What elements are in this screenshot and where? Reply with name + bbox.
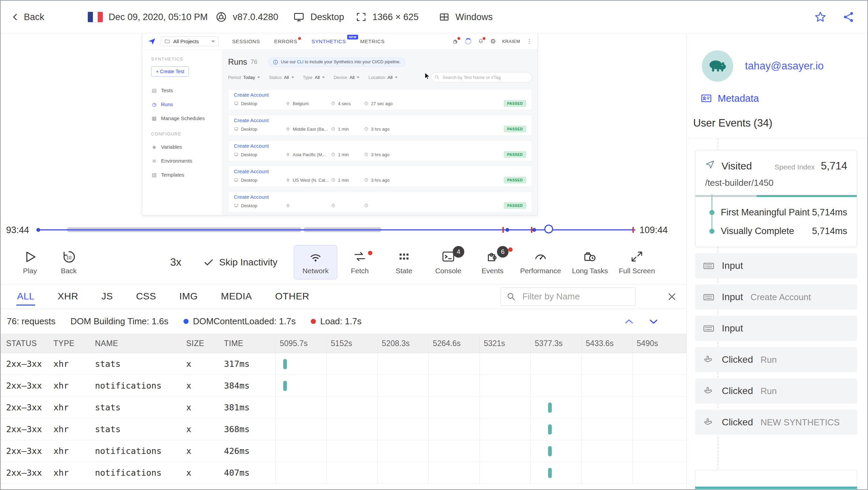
user-event-card[interactable]: Input <box>695 253 857 278</box>
notifications-bell-icon[interactable] <box>478 38 484 45</box>
skip-inactivity-checkbox[interactable]: Skip Inactivity <box>203 257 277 268</box>
timeline-knob[interactable] <box>544 225 553 233</box>
metadata-button[interactable]: Metadata <box>687 93 867 104</box>
app-nav-tab[interactable]: SESSIONSNEW <box>232 38 260 44</box>
sidebar-item[interactable]: ◈Variables <box>151 140 222 154</box>
playback-speed-button[interactable]: 3x <box>170 256 181 268</box>
sidebar-item[interactable]: ◷Runs <box>151 97 222 111</box>
jump-down-button[interactable] <box>647 315 660 328</box>
fetch-panel-button[interactable]: Fetch <box>338 245 382 279</box>
error-marker[interactable] <box>632 227 634 233</box>
sidebar-items: ▤Tests ◷Runs ▦Manage Schedules <box>151 83 222 125</box>
network-type-tab[interactable]: MEDIA <box>220 288 253 306</box>
user-event-card[interactable]: Input <box>695 316 857 341</box>
network-type-tab[interactable]: JS <box>101 288 114 306</box>
runs-search-input[interactable] <box>431 72 532 82</box>
create-test-button[interactable]: + Create Test <box>151 66 189 77</box>
event-detail: Run <box>760 355 777 365</box>
network-type-tab[interactable]: IMG <box>179 288 198 306</box>
error-marker[interactable] <box>502 227 504 233</box>
run-group[interactable]: Create Account Desktop Belgium 4 secs 27… <box>228 89 532 110</box>
favorite-button[interactable] <box>814 1 827 33</box>
run-name-link[interactable]: Create Account <box>228 115 532 124</box>
performance-panel-button[interactable]: Performance <box>515 245 566 279</box>
play-button[interactable]: Play <box>14 249 46 275</box>
fullscreen-button[interactable]: Full Screen <box>614 245 660 279</box>
gear-icon[interactable]: ⚙ <box>490 37 496 45</box>
jump-up-button[interactable] <box>623 315 636 328</box>
share-button[interactable] <box>842 1 855 33</box>
filter-dropdown[interactable]: StatusAll <box>269 75 294 80</box>
request-name: notifications <box>95 446 186 456</box>
state-panel-button[interactable]: State <box>382 245 426 279</box>
metric-dot <box>709 210 714 215</box>
run-name-link[interactable]: Create Account <box>228 166 532 175</box>
user-event-card[interactable]: Clicked Run <box>695 378 857 404</box>
network-filter-input[interactable] <box>501 288 636 306</box>
run-group[interactable]: Create Account Desktop US West (N. Cal..… <box>228 166 532 187</box>
long-tasks-panel-button[interactable]: Long Tasks <box>567 245 613 279</box>
request-type: xhr <box>53 359 95 369</box>
user-event-card[interactable]: Input Create Account <box>695 284 857 310</box>
project-selector[interactable]: All Projects <box>161 36 219 46</box>
user-event-card[interactable]: Clicked Run <box>695 347 857 372</box>
back-label: Back <box>24 12 44 22</box>
visited-event-card[interactable]: Visited Speed Index 5,714 /test-builder/… <box>695 150 857 247</box>
timeline-track[interactable] <box>38 229 636 230</box>
app-nav-tab[interactable]: SYNTHETICSNEW <box>311 38 346 44</box>
checkmark-icon <box>203 257 214 268</box>
sidebar-item[interactable]: ▦Manage Schedules <box>151 111 222 125</box>
sidebar-section-configure: CONFIGURE <box>151 131 222 136</box>
back-button[interactable]: Back <box>10 1 44 33</box>
skip-back-button[interactable]: 10 Back <box>53 249 84 275</box>
network-type-tab[interactable]: ALL <box>16 288 35 306</box>
run-name-link[interactable]: Create Account <box>228 192 532 200</box>
events-count-badge: 6 <box>497 246 509 258</box>
console-panel-button[interactable]: 4 Console <box>427 245 470 279</box>
network-type-tab[interactable]: CSS <box>135 288 157 306</box>
filter-dropdown[interactable]: LocationAll <box>368 75 398 80</box>
timeline-event-dot[interactable] <box>532 228 536 232</box>
run-name-link[interactable]: Create Account <box>228 141 532 149</box>
timeline-event-dot[interactable] <box>36 228 40 232</box>
load-time: Load: 1.7s <box>311 316 361 327</box>
network-type-tab[interactable]: OTHER <box>274 288 310 306</box>
visited-label: Visited <box>721 160 752 172</box>
network-panel-button[interactable]: Network <box>294 245 337 279</box>
network-request-row[interactable]: 2xx–3xx xhr notifications x 384ms <box>1 375 687 397</box>
network-request-row[interactable]: 2xx–3xx xhr stats x 317ms <box>1 353 687 375</box>
network-request-row[interactable]: 2xx–3xx xhr stats x 381ms <box>1 397 687 419</box>
filter-dropdown[interactable]: TypeAll <box>303 75 325 80</box>
kebab-menu-icon[interactable]: ⋮ <box>526 38 532 45</box>
cli-link[interactable]: CLI <box>297 60 303 64</box>
user-email: tahay@asayer.io <box>745 60 823 72</box>
status-badge: PASSED <box>504 202 526 209</box>
user-menu[interactable]: KRAIEM <box>502 39 520 44</box>
close-panel-button[interactable] <box>666 291 678 303</box>
sidebar-item[interactable]: ▧Templates <box>151 168 222 182</box>
run-group[interactable]: Create Account Desktop Asia Pacific (M..… <box>228 140 532 161</box>
sidebar-item[interactable]: ▤Tests <box>151 83 222 97</box>
run-group[interactable]: Create Account Desktop Middle East (Ba..… <box>228 115 532 136</box>
run-name-link[interactable]: Create Account <box>228 89 532 98</box>
network-request-row[interactable]: 2xx–3xx xhr notifications x 426ms <box>1 440 687 462</box>
svg-text:10: 10 <box>66 255 72 260</box>
run-group[interactable]: Create Account Desktop PASSED <box>228 191 532 212</box>
events-panel-button[interactable]: 6 Events <box>471 245 514 279</box>
network-type-tab[interactable]: XHR <box>57 288 79 306</box>
timeline-event-dot[interactable] <box>505 228 509 232</box>
network-request-row[interactable]: 2xx–3xx xhr notifications x 407ms <box>1 462 687 484</box>
sidebar-item[interactable]: ≋Environments <box>151 154 222 168</box>
app-nav-tab[interactable]: ERRORSNEW <box>274 38 298 44</box>
integrations-icon[interactable] <box>452 38 459 45</box>
replayed-app-main: Runs 76 Use our CLI to include your Synt… <box>223 50 537 215</box>
app-nav-tab[interactable]: METRICSNEW <box>360 38 385 44</box>
events-alert-dot <box>508 247 513 252</box>
network-request-row[interactable]: 2xx–3xx xhr stats x 368ms <box>1 419 687 440</box>
error-marker[interactable] <box>531 227 532 233</box>
filter-dropdown[interactable]: DeviceAll <box>334 75 359 80</box>
mouse-cursor-icon <box>423 72 432 81</box>
filter-dropdown[interactable]: PeriodToday <box>228 75 260 80</box>
user-event-card[interactable]: Clicked NEW SYNTHETICS <box>695 410 857 435</box>
next-event-card-partial[interactable] <box>695 470 857 490</box>
